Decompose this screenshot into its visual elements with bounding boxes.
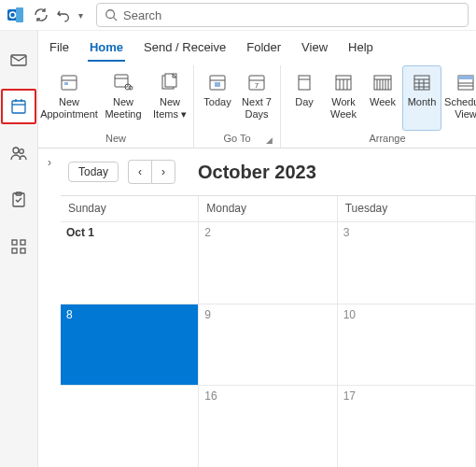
week-view-button[interactable]: Week — [363, 65, 402, 131]
calendar-cell[interactable]: 9 — [199, 304, 337, 387]
mail-icon — [10, 51, 27, 68]
calendar-icon — [10, 98, 27, 115]
calendar-cell[interactable]: 16 — [199, 386, 337, 467]
search-icon — [105, 8, 118, 21]
goto-launcher-icon[interactable]: ◢ — [266, 135, 273, 145]
week-icon — [372, 70, 393, 94]
day-header-monday: Monday — [199, 196, 337, 222]
meeting-icon — [113, 70, 133, 94]
undo-icon[interactable] — [56, 7, 71, 22]
calendar-cell[interactable]: 17 — [338, 386, 476, 467]
svg-rect-15 — [21, 240, 25, 245]
new-items-icon — [160, 70, 180, 94]
group-label-arrange: Arrange — [369, 133, 405, 144]
svg-point-10 — [13, 148, 19, 153]
svg-rect-1 — [16, 7, 23, 22]
tab-view[interactable]: View — [300, 36, 329, 62]
day-header-sunday: Sunday — [61, 196, 199, 222]
search-input[interactable]: Search — [96, 3, 469, 27]
svg-rect-29 — [215, 82, 220, 87]
calendar-cell-selected[interactable]: 8 — [61, 304, 199, 387]
month-label: October 2023 — [198, 162, 316, 183]
rail-mail[interactable] — [1, 42, 36, 78]
month-view-button[interactable]: Month — [402, 65, 441, 131]
group-label-goto: Go To — [223, 133, 250, 144]
svg-rect-33 — [299, 76, 310, 90]
calendar-cell[interactable] — [61, 386, 199, 467]
schedule-icon — [455, 70, 476, 94]
calendar-today-button[interactable]: Today — [68, 162, 119, 182]
calendar-cell[interactable]: 3 — [338, 222, 476, 304]
svg-rect-17 — [21, 248, 25, 253]
month-icon — [412, 70, 432, 94]
rail-tasks[interactable] — [1, 182, 36, 218]
today-icon — [207, 70, 228, 94]
calendar-cell[interactable]: 2 — [199, 222, 337, 304]
next-month-button[interactable]: › — [151, 160, 175, 184]
tab-file[interactable]: File — [48, 36, 71, 62]
svg-rect-20 — [64, 82, 68, 85]
appointment-icon — [59, 70, 79, 94]
svg-rect-16 — [12, 248, 17, 253]
svg-rect-14 — [12, 240, 17, 245]
tab-help[interactable]: Help — [346, 36, 375, 62]
new-appointment-button[interactable]: New Appointment — [42, 65, 96, 131]
sync-icon[interactable] — [34, 7, 49, 22]
calendar-cell[interactable]: Oct 1 — [61, 222, 199, 304]
day-icon — [294, 70, 315, 94]
search-placeholder: Search — [123, 8, 161, 22]
goto-today-button[interactable]: Today — [198, 65, 237, 131]
tab-folder[interactable]: Folder — [245, 36, 283, 62]
svg-rect-54 — [458, 76, 473, 79]
tab-home[interactable]: Home — [88, 36, 125, 62]
workweek-icon — [333, 70, 354, 94]
people-icon — [10, 145, 27, 162]
next7-icon: 7 — [246, 70, 267, 94]
rail-apps[interactable] — [1, 229, 36, 264]
group-label-new: New — [105, 133, 126, 144]
svg-line-4 — [114, 18, 118, 21]
new-meeting-button[interactable]: New Meeting — [96, 65, 150, 131]
customize-dropdown-icon[interactable]: ▾ — [78, 10, 83, 21]
prev-month-button[interactable]: ‹ — [128, 160, 151, 184]
day-view-button[interactable]: Day — [285, 65, 324, 131]
rail-calendar[interactable] — [1, 89, 36, 124]
menu-bar: File Home Send / Receive Folder View Hel… — [38, 31, 476, 62]
day-header-tuesday: Tuesday — [338, 196, 476, 222]
svg-point-11 — [20, 149, 24, 154]
tab-send-receive[interactable]: Send / Receive — [142, 36, 228, 62]
workweek-view-button[interactable]: Work Week — [324, 65, 363, 131]
rail-people[interactable] — [1, 135, 36, 171]
schedule-view-button[interactable]: Schedule View — [441, 65, 476, 131]
left-rail — [0, 31, 38, 467]
expand-pane-button[interactable]: › — [38, 149, 61, 467]
calendar-cell[interactable]: 10 — [338, 304, 476, 387]
svg-text:7: 7 — [255, 81, 259, 90]
apps-icon — [10, 238, 27, 255]
new-items-button[interactable]: New Items ▾ — [150, 65, 189, 131]
svg-rect-18 — [62, 76, 77, 90]
outlook-logo-icon — [7, 7, 24, 23]
next7days-button[interactable]: 7 Next 7 Days — [237, 65, 276, 131]
svg-point-3 — [106, 10, 115, 19]
ribbon: New Appointment New Meeting New Items ▾ … — [38, 62, 476, 149]
svg-rect-6 — [12, 101, 25, 113]
tasks-icon — [10, 191, 27, 208]
